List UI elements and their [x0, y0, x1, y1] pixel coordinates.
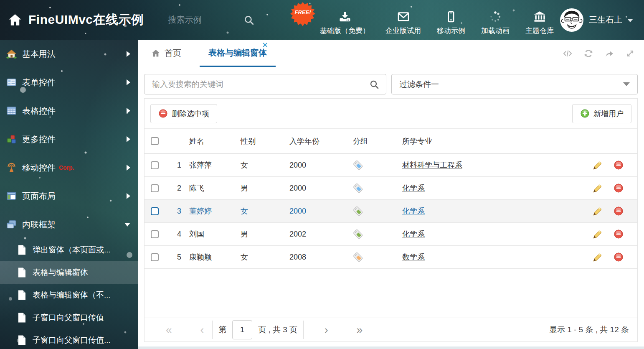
filter-dropdown-value: 过滤条件一: [399, 79, 623, 90]
search-icon[interactable]: [369, 79, 379, 89]
avatar: [560, 8, 584, 32]
row-number: 2: [166, 184, 181, 193]
nav-item-loading-animation[interactable]: 加载动画: [481, 4, 510, 36]
free-badge: FREE!: [290, 2, 316, 28]
minus-circle-icon: [158, 109, 168, 118]
delete-icon[interactable]: [614, 229, 624, 239]
nav-item-mobile-demo[interactable]: 移动示例: [437, 4, 465, 36]
house-icon: [6, 48, 17, 59]
sidebar-item-inline-frames[interactable]: 内联框架: [0, 210, 138, 239]
table-row[interactable]: 5 康颖颖 女 2008 数学系: [145, 246, 637, 269]
expand-arrow-icon: [127, 193, 130, 199]
nav-item-theme-repository[interactable]: 主题仓库: [525, 4, 554, 36]
delete-selected-button[interactable]: 删除选中项: [150, 104, 217, 123]
sidebar-item-basic-usage[interactable]: 基本用法: [0, 40, 138, 68]
table-row[interactable]: 2 陈飞 男 2000 化学系: [145, 177, 637, 200]
row-checkbox[interactable]: [151, 253, 159, 261]
row-checkbox[interactable]: [151, 161, 159, 169]
major-link[interactable]: 化学系: [402, 184, 425, 192]
keyword-search-input[interactable]: [145, 80, 369, 89]
tab-home[interactable]: 首页: [151, 40, 181, 67]
major-link[interactable]: 材料科学与工程系: [402, 161, 462, 169]
delete-icon[interactable]: [614, 160, 624, 170]
delete-icon[interactable]: [614, 183, 624, 193]
bottom-strip: [138, 346, 644, 349]
edit-icon[interactable]: [592, 183, 603, 194]
keyword-search-box: [144, 74, 386, 94]
grid-header-row: 姓名 性别 入学年份 分组 所学专业: [145, 129, 637, 154]
cell-name: 张萍萍: [181, 160, 240, 170]
user-menu[interactable]: 三生石上: [560, 8, 644, 32]
row-checkbox[interactable]: [151, 184, 159, 192]
sidebar-subitem-child-to-parent[interactable]: 子窗口向父窗口传值: [0, 306, 138, 329]
spinner-icon: [489, 10, 502, 23]
view-source-icon[interactable]: [562, 48, 573, 59]
refresh-icon[interactable]: [583, 48, 594, 59]
column-header-gender[interactable]: 性别: [240, 136, 289, 146]
sidebar-item-page-layout[interactable]: 页面布局: [0, 182, 138, 210]
edit-icon[interactable]: [592, 206, 603, 217]
sidebar-item-more-controls[interactable]: 更多控件: [0, 125, 138, 153]
fullscreen-icon[interactable]: [625, 48, 636, 59]
sidebar-subitem-grid-edit-window-2[interactable]: 表格与编辑窗体（不...: [0, 284, 138, 306]
file-icon: [17, 245, 27, 255]
filter-row: 过滤条件一: [138, 67, 644, 98]
file-icon: [17, 290, 27, 301]
sidebar-subitem-child-to-parent-2[interactable]: 子窗口向父窗口传值...: [0, 329, 138, 349]
sidebar-item-form-controls[interactable]: 表单控件: [0, 68, 138, 97]
column-header-name[interactable]: 姓名: [181, 136, 240, 146]
cell-year: 2000: [289, 184, 352, 193]
filter-dropdown[interactable]: 过滤条件一: [391, 74, 638, 94]
first-page-button[interactable]: «: [163, 324, 174, 335]
major-link[interactable]: 化学系: [402, 230, 425, 238]
page-number-input[interactable]: [232, 320, 252, 339]
header-search: [168, 15, 254, 25]
column-header-year[interactable]: 入学年份: [289, 136, 352, 146]
nav-item-enterprise-trial[interactable]: 企业版试用: [385, 4, 421, 36]
next-page-button[interactable]: ›: [322, 324, 331, 335]
header-search-input[interactable]: [168, 15, 231, 25]
row-checkbox[interactable]: [151, 207, 159, 215]
delete-icon[interactable]: [614, 206, 624, 216]
cell-name: 康颖颖: [181, 252, 240, 262]
sidebar: 基本用法 表单控件 表格控件 更多控件: [0, 40, 138, 349]
tag-icon: [353, 252, 363, 262]
edit-icon[interactable]: [592, 160, 603, 171]
brand[interactable]: FineUIMvc在线示例: [0, 11, 144, 28]
table-row[interactable]: 1 张萍萍 女 2000 材料科学与工程系: [145, 154, 637, 177]
sidebar-item-mobile-controls[interactable]: 移动控件 Corp.: [0, 153, 138, 182]
collapse-arrow-icon: [124, 223, 130, 227]
add-user-button[interactable]: 新增用户: [572, 104, 631, 123]
open-in-new-icon[interactable]: [604, 48, 615, 59]
user-grid-panel: 删除选中项 新增用户 姓名 性别 入学年份 分组 所学专业: [144, 98, 638, 342]
tab-grid-edit-window[interactable]: 表格与编辑窗体 ✕: [200, 40, 276, 67]
major-link[interactable]: 化学系: [402, 207, 425, 215]
major-link[interactable]: 数学系: [402, 253, 425, 261]
pagination-bar: « ‹ 第 页 , 共 3 页 › » 显示 1 - 5 条 , 共 12 条: [145, 318, 637, 341]
delete-icon[interactable]: [614, 252, 624, 262]
last-page-button[interactable]: »: [354, 324, 365, 335]
app-header: FineUIMvc在线示例 FREE! 基础版（免费）: [0, 0, 644, 40]
sidebar-subitem-grid-edit-window[interactable]: 表格与编辑窗体: [0, 261, 138, 284]
row-number: 1: [166, 161, 181, 170]
row-checkbox[interactable]: [151, 230, 159, 238]
table-row-selected[interactable]: 3 董婷婷 女 2000 化学系: [145, 200, 637, 223]
search-icon[interactable]: [243, 15, 254, 25]
tab-close-icon[interactable]: ✕: [262, 41, 268, 49]
column-header-group[interactable]: 分组: [352, 136, 401, 146]
edit-icon[interactable]: [592, 252, 603, 262]
column-header-major[interactable]: 所学专业: [401, 136, 581, 146]
sidebar-item-grid-controls[interactable]: 表格控件: [0, 97, 138, 125]
form-icon: [6, 77, 17, 88]
tag-icon: [353, 229, 363, 239]
cell-gender: 女: [240, 206, 289, 216]
tag-icon: [353, 160, 363, 171]
select-all-checkbox[interactable]: [151, 137, 159, 145]
prev-page-button[interactable]: ‹: [198, 324, 206, 335]
page-prefix-label: 第: [218, 324, 226, 335]
sidebar-subitem-popup-window[interactable]: 弹出窗体（本页面或...: [0, 239, 138, 261]
edit-icon[interactable]: [592, 229, 603, 239]
table-row[interactable]: 4 刘国 男 2002 化学系: [145, 223, 637, 246]
nav-item-basic-edition[interactable]: FREE! 基础版（免费）: [320, 4, 370, 36]
expand-arrow-icon: [127, 51, 130, 57]
